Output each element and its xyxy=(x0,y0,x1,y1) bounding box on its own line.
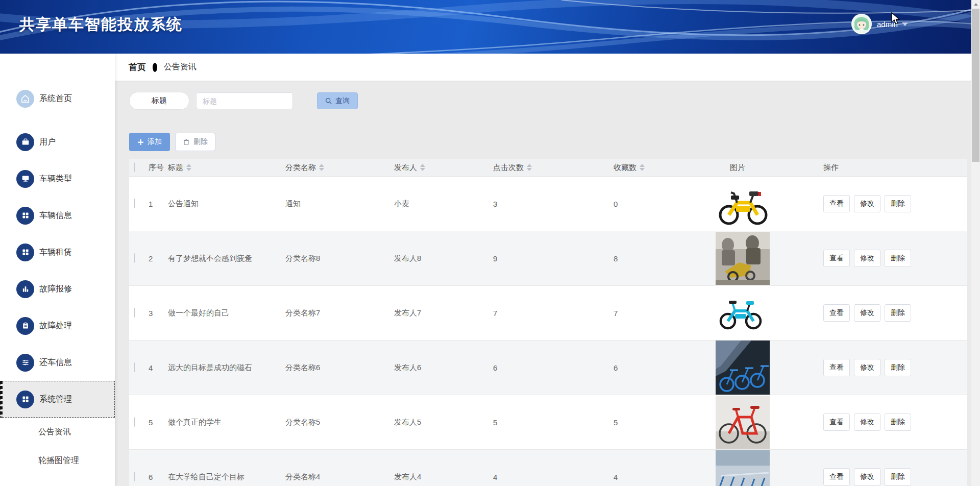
search-input[interactable] xyxy=(196,92,293,109)
monitor-icon xyxy=(16,170,34,188)
edit-button[interactable]: 修改 xyxy=(854,468,880,485)
sort-icon[interactable] xyxy=(186,164,191,171)
announcement-image-blue-bikes-row[interactable] xyxy=(716,341,770,395)
home-icon xyxy=(16,90,34,108)
select-all-checkbox[interactable] xyxy=(134,162,135,172)
view-button[interactable]: 查看 xyxy=(823,195,850,212)
column-header-title[interactable]: 标题 xyxy=(168,163,285,173)
sidebar-item-system-manage[interactable]: 系统管理 xyxy=(0,381,115,418)
view-button[interactable]: 查看 xyxy=(823,359,850,376)
cell-title: 做一个最好的自己 xyxy=(168,308,285,318)
cell-no: 1 xyxy=(149,200,168,208)
scroll-up-icon xyxy=(974,3,978,6)
sidebar-item-home[interactable]: 系统首页 xyxy=(0,80,115,117)
plus-icon xyxy=(137,139,144,145)
column-header-category[interactable]: 分类名称 xyxy=(285,163,394,173)
row-delete-button[interactable]: 删除 xyxy=(885,304,911,322)
search-field-selector[interactable]: 标题 xyxy=(129,92,189,110)
vertical-scrollbar[interactable] xyxy=(971,0,980,486)
cell-favorites: 0 xyxy=(614,200,716,208)
cell-clicks: 6 xyxy=(493,363,614,372)
breadcrumb-home[interactable]: 首页 xyxy=(129,61,146,73)
cell-favorites: 6 xyxy=(614,363,716,372)
cell-publisher: 发布人6 xyxy=(394,363,493,373)
sidebar-item-fault-report[interactable]: 故障报修 xyxy=(0,271,115,307)
cell-clicks: 5 xyxy=(493,418,614,427)
add-button[interactable]: 添加 xyxy=(129,133,170,151)
announcement-image-red-bike[interactable] xyxy=(716,396,770,449)
add-button-label: 添加 xyxy=(148,137,162,147)
sidebar-item-vehicle-type[interactable]: 车辆类型 xyxy=(0,160,115,197)
cell-clicks: 3 xyxy=(493,200,614,208)
sort-icon[interactable] xyxy=(527,164,532,171)
trash-icon xyxy=(183,138,190,145)
cell-favorites: 8 xyxy=(614,254,716,263)
cell-favorites: 7 xyxy=(614,309,716,318)
edit-button[interactable]: 修改 xyxy=(854,195,880,212)
cell-publisher: 发布人5 xyxy=(394,418,493,427)
row-delete-button[interactable]: 删除 xyxy=(885,414,911,431)
sidebar-item-fault-handle[interactable]: 故障处理 xyxy=(0,307,115,344)
sort-icon[interactable] xyxy=(420,164,425,171)
edit-button[interactable]: 修改 xyxy=(854,359,880,376)
sort-icon[interactable] xyxy=(640,164,645,171)
edit-button[interactable]: 修改 xyxy=(854,414,880,431)
row-checkbox[interactable] xyxy=(134,472,135,481)
sidebar-item-label: 故障处理 xyxy=(39,321,72,331)
sidebar-subitem-announcements[interactable]: 公告资讯 xyxy=(0,418,115,446)
scrollbar-thumb[interactable] xyxy=(972,9,979,162)
edit-button[interactable]: 修改 xyxy=(854,304,880,322)
view-button[interactable]: 查看 xyxy=(823,468,850,485)
cell-title: 做个真正的学生 xyxy=(168,418,285,427)
grid-icon xyxy=(16,207,34,225)
user-avatar[interactable] xyxy=(851,14,872,34)
sidebar-item-users[interactable]: 用户 xyxy=(0,124,115,160)
cell-category: 通知 xyxy=(285,199,394,209)
view-button[interactable]: 查看 xyxy=(823,304,850,322)
announcement-image-parked-bikes[interactable] xyxy=(716,450,770,486)
delete-button-label: 删除 xyxy=(193,137,208,147)
column-header-publisher[interactable]: 发布人 xyxy=(394,163,493,173)
row-checkbox[interactable] xyxy=(134,362,135,372)
announcement-image-cyan-ebike[interactable] xyxy=(716,295,765,331)
table-toolbar: 添加 删除 xyxy=(129,133,971,151)
sidebar-item-label: 系统管理 xyxy=(39,394,72,405)
view-button[interactable]: 查看 xyxy=(823,414,850,431)
scroll-up-button[interactable] xyxy=(971,0,980,9)
sidebar-item-return-info[interactable]: 还车信息 xyxy=(0,344,115,381)
row-delete-button[interactable]: 删除 xyxy=(885,195,911,212)
column-header-favorites[interactable]: 收藏数 xyxy=(614,163,716,173)
search-icon xyxy=(325,98,332,105)
delete-button[interactable]: 删除 xyxy=(175,133,215,151)
bar-chart-icon xyxy=(16,280,34,298)
edit-button[interactable]: 修改 xyxy=(854,250,880,267)
cell-no: 6 xyxy=(149,473,168,481)
sidebar-item-vehicle-rental[interactable]: 车辆租赁 xyxy=(0,234,115,271)
sidebar-item-label: 车辆类型 xyxy=(39,174,72,184)
row-checkbox[interactable] xyxy=(134,308,135,318)
query-button[interactable]: 查询 xyxy=(317,92,358,109)
sidebar-item-label: 用户 xyxy=(39,137,56,148)
sidebar-item-label: 故障报修 xyxy=(39,284,72,295)
column-header-clicks[interactable]: 点击次数 xyxy=(493,163,614,173)
table-row: 5 做个真正的学生 分类名称5 5 发布人5 5 查看 xyxy=(129,395,967,450)
row-checkbox[interactable] xyxy=(134,417,135,427)
chevron-down-icon[interactable] xyxy=(902,22,908,26)
table-row: 4 远大的目标是成功的磁石 分类名称6 发布人6 6 6 查看 xyxy=(129,341,967,395)
sort-icon[interactable] xyxy=(319,164,324,171)
row-delete-button[interactable]: 删除 xyxy=(885,359,911,376)
cell-publisher: 小麦 xyxy=(394,199,493,209)
sidebar-item-vehicle-info[interactable]: 车辆信息 xyxy=(0,197,115,234)
view-button[interactable]: 查看 xyxy=(823,250,850,267)
column-header-image: 图片 xyxy=(716,163,823,173)
sidebar-nav: 系统首页 用户 车辆类型 车辆信息 车辆租赁 故障报修 故障处理 xyxy=(0,54,115,486)
row-checkbox[interactable] xyxy=(134,253,135,263)
cell-publisher: 发布人4 xyxy=(394,472,493,482)
row-delete-button[interactable]: 删除 xyxy=(885,250,911,267)
row-delete-button[interactable]: 删除 xyxy=(885,468,911,485)
row-checkbox[interactable] xyxy=(134,199,135,208)
sidebar-subitem-carousel[interactable]: 轮播图管理 xyxy=(0,446,115,475)
announcement-image-yellow-ebike[interactable] xyxy=(716,180,770,227)
announcement-image-repair-photo[interactable] xyxy=(716,232,770,285)
sliders-icon xyxy=(16,354,34,372)
